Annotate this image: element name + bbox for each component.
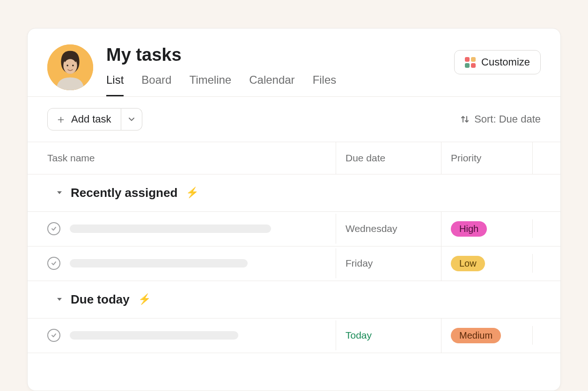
svg-point-3 (64, 59, 76, 73)
section-header[interactable]: Due today⚡ (28, 281, 560, 319)
col-priority[interactable]: Priority (441, 142, 532, 174)
section-title: Recently assigned (71, 186, 177, 200)
task-priority-cell[interactable]: Medium (441, 319, 532, 353)
task-row[interactable]: WednesdayHigh (28, 212, 560, 246)
priority-pill: Medium (451, 328, 501, 343)
task-due-cell[interactable]: Today (336, 320, 441, 350)
task-priority-cell[interactable]: High (441, 212, 532, 246)
priority-pill: High (451, 221, 487, 237)
complete-task-checkbox[interactable] (47, 257, 60, 270)
customize-label: Customize (481, 56, 530, 68)
customize-icon (465, 57, 476, 68)
add-task-label: Add task (71, 113, 111, 125)
task-name-placeholder (70, 259, 248, 268)
caret-down-icon (56, 189, 63, 196)
tab-timeline[interactable]: Timeline (189, 73, 231, 96)
sort-arrows-icon (460, 115, 470, 124)
chevron-down-icon (128, 116, 135, 123)
task-table: Task name Due date Priority Recently ass… (28, 142, 560, 353)
task-name-placeholder (70, 224, 271, 233)
task-priority-cell[interactable]: Low (441, 246, 532, 281)
task-name-cell (28, 319, 336, 351)
check-icon (51, 225, 57, 232)
caret-down-icon (56, 296, 63, 303)
col-due-date[interactable]: Due date (336, 142, 441, 174)
bolt-icon: ⚡ (138, 293, 151, 305)
check-icon (51, 260, 57, 267)
task-due-cell[interactable]: Friday (336, 248, 441, 278)
avatar[interactable] (47, 44, 93, 90)
table-header-row: Task name Due date Priority (28, 142, 560, 174)
add-task-dropdown-button[interactable] (121, 108, 142, 130)
task-extra-cell (532, 219, 560, 238)
tab-list[interactable]: List (106, 73, 124, 96)
customize-button[interactable]: Customize (454, 50, 541, 74)
svg-point-4 (66, 65, 68, 66)
task-extra-cell (532, 254, 560, 273)
complete-task-checkbox[interactable] (47, 222, 60, 235)
check-icon (51, 332, 57, 339)
task-extra-cell (532, 326, 560, 345)
col-extra (532, 142, 560, 174)
task-name-placeholder (70, 331, 238, 340)
section-header[interactable]: Recently assigned⚡ (28, 174, 560, 212)
sort-control[interactable]: Sort: Due date (460, 113, 541, 125)
tab-files[interactable]: Files (313, 73, 337, 96)
add-task-group: ＋ Add task (47, 108, 142, 130)
bolt-icon: ⚡ (186, 187, 198, 199)
add-task-button[interactable]: ＋ Add task (47, 108, 121, 130)
complete-task-checkbox[interactable] (47, 329, 60, 342)
sort-label: Sort: Due date (474, 113, 541, 125)
task-row[interactable]: FridayLow (28, 246, 560, 281)
task-name-cell (28, 247, 336, 279)
tab-calendar[interactable]: Calendar (249, 73, 294, 96)
task-name-cell (28, 213, 336, 245)
avatar-image (47, 44, 93, 90)
task-due-cell[interactable]: Wednesday (336, 214, 441, 244)
section-title: Due today (71, 292, 130, 307)
tab-board[interactable]: Board (141, 73, 171, 96)
plus-icon: ＋ (55, 114, 66, 125)
toolbar: ＋ Add task Sort: Due date (28, 97, 560, 142)
priority-pill: Low (451, 256, 485, 271)
view-tabs: ListBoardTimelineCalendarFiles (106, 73, 541, 96)
col-task-name[interactable]: Task name (28, 142, 336, 174)
my-tasks-card: My tasks ListBoardTimelineCalendarFiles … (27, 28, 561, 391)
task-row[interactable]: TodayMedium (28, 319, 560, 353)
header: My tasks ListBoardTimelineCalendarFiles … (28, 29, 560, 97)
svg-point-5 (72, 65, 74, 66)
